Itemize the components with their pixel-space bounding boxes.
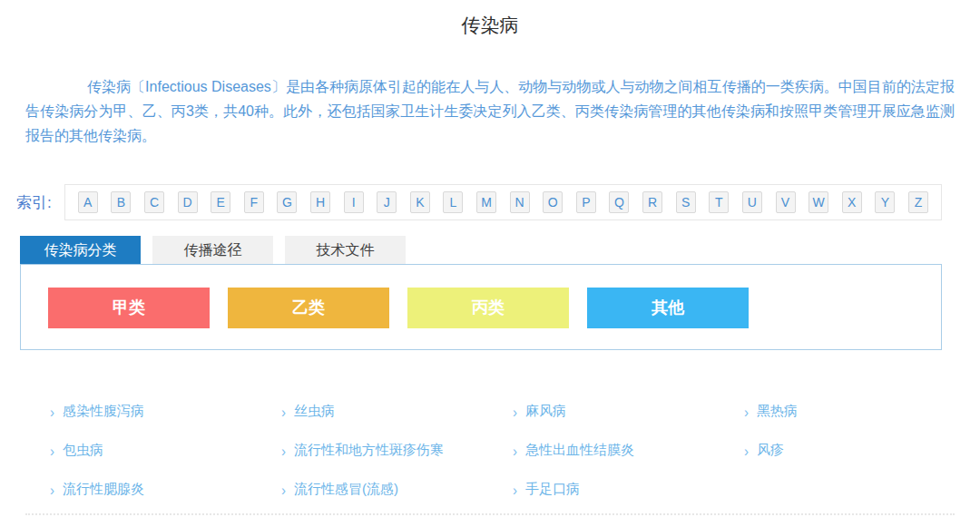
index-letter-o[interactable]: O [543,191,563,213]
classification-panel: 甲类乙类丙类其他 [20,264,942,350]
index-letter-y[interactable]: Y [875,191,895,213]
index-letter-r[interactable]: R [642,191,662,213]
category-class-a-button[interactable]: 甲类 [48,288,210,328]
index-letter-i[interactable]: I [344,191,364,213]
index-letter-e[interactable]: E [211,191,230,213]
disease-link-label: 丝虫病 [294,403,335,420]
disease-link-label: 流行性和地方性斑疹伤寒 [294,442,444,459]
chevron-right-icon: › [513,481,517,499]
index-letter-k[interactable]: K [410,191,430,213]
index-letter-z[interactable]: Z [908,191,928,213]
disease-link[interactable]: ›急性出血性结膜炎 [490,431,721,470]
tab-technical-documents[interactable]: 技术文件 [285,236,406,264]
index-letter-g[interactable]: G [277,191,297,213]
chevron-right-icon: › [513,442,517,460]
disease-link-label: 流行性感冒(流感) [294,481,398,498]
disease-link-label: 感染性腹泻病 [63,403,144,420]
index-letter-c[interactable]: C [144,191,164,213]
index-letter-list: ABCDEFGHIJKLMNOPQRSTUVWXYZ [64,184,942,220]
chevron-right-icon: › [281,442,286,460]
tab-disease-classification[interactable]: 传染病分类 [20,236,141,264]
chevron-right-icon: › [513,403,517,421]
index-letter-s[interactable]: S [676,191,696,213]
index-label: 索引: [16,192,52,213]
index-letter-w[interactable]: W [808,191,828,213]
disease-link[interactable]: ›流行性腮腺炎 [27,470,259,509]
chevron-right-icon: › [50,442,54,460]
chevron-right-icon: › [281,481,286,499]
intro-paragraph: 传染病〔Infectious Diseases〕是由各种病原体引起的能在人与人、… [25,74,955,148]
disease-link-label: 麻风病 [525,403,566,420]
category-class-b-button[interactable]: 乙类 [228,288,389,328]
dotted-separator [25,513,955,515]
infectious-disease-page: 传染病 传染病〔Infectious Diseases〕是由各种病原体引起的能在… [0,0,980,517]
index-letter-h[interactable]: H [310,191,330,213]
chevron-right-icon: › [744,403,749,421]
index-letter-t[interactable]: T [709,191,729,213]
disease-link-label: 急性出血性结膜炎 [525,442,634,459]
disease-link[interactable]: ›麻风病 [490,392,721,431]
chevron-right-icon: › [50,481,54,499]
index-letter-j[interactable]: J [377,191,397,213]
alphabet-index: 索引: ABCDEFGHIJKLMNOPQRSTUVWXYZ [16,184,942,220]
disease-link[interactable]: ›流行性感冒(流感) [259,470,490,509]
disease-link-label: 流行性腮腺炎 [63,481,144,498]
tab-transmission-route[interactable]: 传播途径 [152,236,273,264]
index-letter-a[interactable]: A [78,191,98,213]
disease-link-grid: ›感染性腹泻病›丝虫病›麻风病›黑热病›包虫病›流行性和地方性斑疹伤寒›急性出血… [27,392,953,509]
disease-link[interactable]: ›包虫病 [27,431,259,470]
disease-link[interactable]: ›流行性和地方性斑疹伤寒 [259,431,490,470]
index-letter-u[interactable]: U [742,191,762,213]
chevron-right-icon: › [744,442,749,460]
index-letter-v[interactable]: V [776,191,796,213]
disease-link-label: 风疹 [757,442,784,459]
index-letter-d[interactable]: D [178,191,198,213]
disease-link[interactable]: ›手足口病 [490,470,721,509]
index-letter-l[interactable]: L [443,191,463,213]
chevron-right-icon: › [281,403,286,421]
tab-bar: 传染病分类传播途径技术文件 [20,236,980,264]
index-letter-q[interactable]: Q [609,191,629,213]
index-letter-x[interactable]: X [842,191,862,213]
disease-link[interactable]: ›黑热病 [721,392,953,431]
disease-link[interactable]: ›风疹 [721,431,953,470]
disease-link-label: 手足口病 [525,481,580,498]
disease-link[interactable]: ›丝虫病 [259,392,490,431]
disease-link-label: 包虫病 [63,442,103,459]
disease-link-label: 黑热病 [757,403,798,420]
category-other-button[interactable]: 其他 [587,288,749,328]
category-class-c-button[interactable]: 丙类 [407,288,569,328]
disease-link[interactable]: ›感染性腹泻病 [27,392,259,431]
chevron-right-icon: › [50,403,54,421]
index-letter-f[interactable]: F [244,191,264,213]
index-letter-p[interactable]: P [576,191,596,213]
index-letter-m[interactable]: M [476,191,496,213]
page-title: 传染病 [0,0,980,38]
index-letter-b[interactable]: B [111,191,131,213]
category-button-row: 甲类乙类丙类其他 [48,288,941,328]
index-letter-n[interactable]: N [510,191,530,213]
